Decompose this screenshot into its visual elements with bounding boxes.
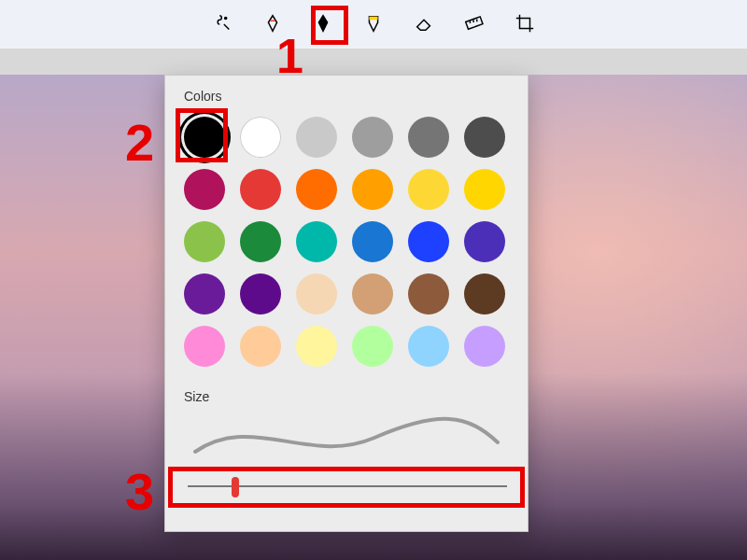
- eraser-tool[interactable]: [408, 9, 440, 41]
- pen-settings-panel: Colors Size: [164, 75, 529, 532]
- pencil-tool[interactable]: [307, 9, 339, 41]
- crop-icon: [514, 13, 535, 37]
- ruler-icon: [464, 13, 485, 37]
- colors-heading: Colors: [184, 89, 511, 104]
- color-swatch[interactable]: [408, 117, 449, 158]
- color-swatch[interactable]: [184, 117, 225, 158]
- touch-writing-tool[interactable]: [206, 9, 238, 41]
- color-swatch[interactable]: [352, 221, 393, 262]
- color-swatch[interactable]: [408, 326, 449, 367]
- color-swatch[interactable]: [240, 169, 281, 210]
- color-swatch[interactable]: [296, 169, 337, 210]
- ballpoint-pen-tool[interactable]: [257, 9, 289, 41]
- color-swatch[interactable]: [408, 169, 449, 210]
- color-swatch[interactable]: [184, 326, 225, 367]
- color-swatch[interactable]: [352, 326, 393, 367]
- color-swatch[interactable]: [240, 117, 281, 158]
- color-swatch[interactable]: [184, 169, 225, 210]
- ballpoint-pen-icon: [262, 13, 283, 37]
- pencil-icon: [313, 13, 333, 37]
- color-swatch[interactable]: [296, 117, 337, 158]
- color-swatch[interactable]: [408, 273, 449, 315]
- color-swatch[interactable]: [464, 169, 505, 210]
- color-swatch[interactable]: [240, 273, 281, 315]
- color-swatch[interactable]: [352, 273, 393, 315]
- color-swatch[interactable]: [464, 221, 505, 262]
- svg-point-0: [225, 17, 227, 19]
- color-swatch[interactable]: [296, 273, 337, 315]
- color-swatch[interactable]: [240, 221, 281, 262]
- color-swatch[interactable]: [352, 117, 393, 158]
- color-swatch[interactable]: [464, 326, 505, 367]
- color-swatch[interactable]: [296, 326, 337, 367]
- color-swatch[interactable]: [464, 117, 505, 158]
- tool-strip: [0, 9, 747, 41]
- size-slider[interactable]: [182, 468, 511, 505]
- svg-rect-1: [369, 17, 377, 21]
- highlighter-tool[interactable]: [358, 9, 389, 41]
- crop-tool[interactable]: [509, 9, 541, 41]
- color-swatch[interactable]: [408, 221, 449, 262]
- ribbon-bar: [0, 49, 747, 75]
- touch-writing-icon: [212, 13, 233, 37]
- ruler-tool[interactable]: [458, 9, 490, 41]
- color-swatch[interactable]: [352, 169, 393, 210]
- color-swatch-grid: [182, 113, 511, 384]
- color-swatch[interactable]: [184, 273, 225, 315]
- size-heading: Size: [184, 389, 511, 404]
- eraser-icon: [414, 13, 434, 37]
- highlighter-icon: [363, 13, 384, 37]
- color-swatch[interactable]: [184, 221, 225, 262]
- color-swatch[interactable]: [240, 326, 281, 367]
- color-swatch[interactable]: [464, 273, 505, 315]
- color-swatch[interactable]: [296, 221, 337, 262]
- slider-thumb[interactable]: [232, 477, 239, 497]
- svg-rect-2: [466, 17, 483, 29]
- stroke-preview: [182, 413, 511, 462]
